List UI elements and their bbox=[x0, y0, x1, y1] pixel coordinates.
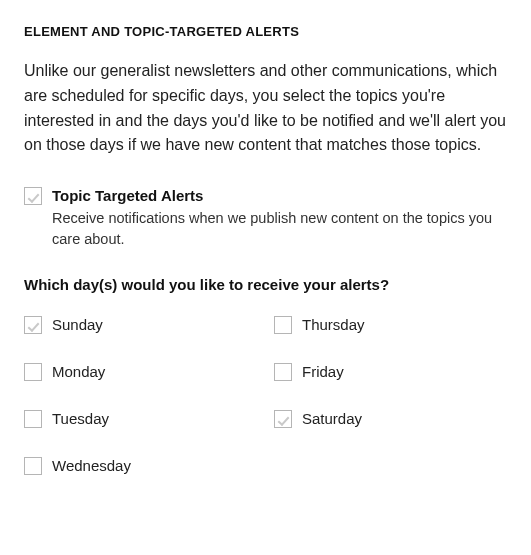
day-tuesday-checkbox[interactable] bbox=[24, 410, 42, 428]
day-friday-checkbox[interactable] bbox=[274, 363, 292, 381]
topic-alert-row: Topic Targeted Alerts Receive notificati… bbox=[24, 186, 507, 250]
day-label: Thursday bbox=[302, 316, 365, 333]
day-label: Saturday bbox=[302, 410, 362, 427]
topic-alert-checkbox[interactable] bbox=[24, 187, 42, 205]
days-grid: Sunday Thursday Monday Friday Tuesday Sa… bbox=[24, 315, 484, 475]
day-thursday: Thursday bbox=[274, 315, 484, 334]
topic-alert-label: Topic Targeted Alerts bbox=[52, 186, 507, 206]
topic-alert-sub: Receive notifications when we publish ne… bbox=[52, 208, 507, 250]
day-tuesday: Tuesday bbox=[24, 409, 234, 428]
day-wednesday: Wednesday bbox=[24, 456, 234, 475]
day-sunday-checkbox[interactable] bbox=[24, 316, 42, 334]
day-monday: Monday bbox=[24, 362, 234, 381]
section-title: ELEMENT AND TOPIC-TARGETED ALERTS bbox=[24, 24, 507, 39]
day-label: Wednesday bbox=[52, 457, 131, 474]
day-saturday-checkbox[interactable] bbox=[274, 410, 292, 428]
day-sunday: Sunday bbox=[24, 315, 234, 334]
day-friday: Friday bbox=[274, 362, 484, 381]
day-label: Friday bbox=[302, 363, 344, 380]
days-question: Which day(s) would you like to receive y… bbox=[24, 276, 507, 293]
topic-alert-text: Topic Targeted Alerts Receive notificati… bbox=[52, 186, 507, 250]
day-thursday-checkbox[interactable] bbox=[274, 316, 292, 334]
day-wednesday-checkbox[interactable] bbox=[24, 457, 42, 475]
day-label: Monday bbox=[52, 363, 105, 380]
day-saturday: Saturday bbox=[274, 409, 484, 428]
day-monday-checkbox[interactable] bbox=[24, 363, 42, 381]
day-label: Sunday bbox=[52, 316, 103, 333]
section-description: Unlike our generalist newsletters and ot… bbox=[24, 59, 507, 158]
day-label: Tuesday bbox=[52, 410, 109, 427]
